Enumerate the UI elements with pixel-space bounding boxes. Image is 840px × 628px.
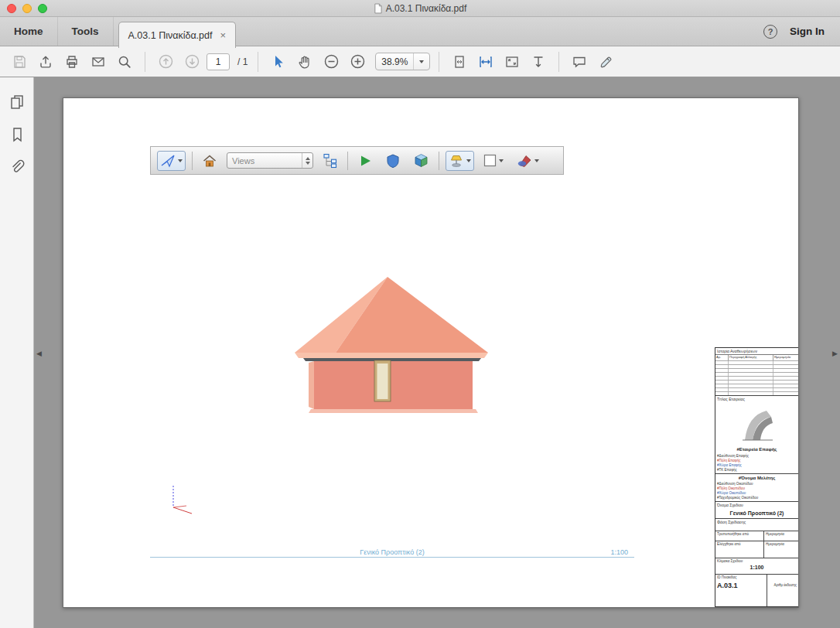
print-button[interactable] (60, 50, 84, 73)
house-3d-render[interactable] (288, 272, 497, 415)
modified-by-label: Τροποποιήθηκε από (715, 531, 763, 541)
roof-fascia (295, 353, 488, 358)
scrolling-mode-button[interactable] (527, 50, 550, 73)
toolbar-divider (439, 52, 439, 72)
chevron-down-icon (499, 159, 504, 162)
tab-tools-label: Tools (72, 26, 99, 37)
view-caption-title: Γενικό Προοπτικό (2) (150, 548, 634, 556)
sheet-id-section: ID Πινακίδας A.03.1 Αριθμ έκδοσης (715, 574, 798, 606)
toolbar-divider (145, 52, 145, 72)
checked-date-label: Ημερομηνία (763, 541, 798, 558)
zoom-in-button[interactable] (346, 50, 369, 73)
fit-page-button[interactable] (448, 50, 471, 73)
model-views-cube-button[interactable] (410, 151, 432, 171)
previous-page-button[interactable] (154, 50, 177, 73)
document-area: ◀ ▶ Views (0, 77, 840, 628)
company-section-label: Τίτλος Εταιρείας (715, 395, 798, 402)
background-color-button[interactable] (480, 151, 507, 171)
revision-col-date: Ημερομηνία (773, 355, 798, 360)
chevron-down-icon (306, 162, 310, 165)
help-icon[interactable]: ? (763, 25, 777, 39)
next-page-button[interactable] (180, 50, 203, 73)
share-button[interactable] (34, 50, 57, 73)
fit-width-button[interactable] (474, 50, 497, 73)
save-button[interactable] (8, 50, 31, 73)
scale-value: 1:100 (717, 565, 797, 570)
checked-by-row: Ελέγχθηκε από Ημερομηνία (715, 541, 798, 558)
cross-section-icon (516, 152, 532, 169)
close-tab-icon[interactable]: × (220, 30, 226, 40)
pdf-page[interactable]: Views (63, 97, 799, 608)
issue-label: Αριθμ έκδοσης (773, 583, 797, 587)
select-tool-button[interactable] (267, 50, 290, 73)
view-caption-scale: 1:100 (610, 548, 628, 556)
cross-section-button[interactable] (513, 151, 542, 171)
sign-in-button[interactable]: Sign In (790, 26, 825, 37)
tab-home[interactable]: Home (0, 17, 58, 46)
scale-section: Κλίμακα Σχεδίου 1:100 (715, 558, 798, 574)
comment-button[interactable] (568, 50, 591, 73)
attachments-button[interactable] (5, 156, 29, 178)
fullscreen-window-button[interactable] (38, 4, 47, 13)
tab-document[interactable]: A.03.1 Πινακίδα.pdf × (118, 22, 237, 48)
viewer-toolbar-divider (347, 152, 348, 170)
home-icon (202, 153, 217, 169)
window-title: A.03.1 Πινακίδα.pdf (386, 3, 467, 14)
project-line: #Διεύθυνση Οικοπέδου (717, 482, 797, 486)
project-line: #Χώρα Οικοπέδου (717, 491, 797, 495)
rotate-tool-button[interactable] (157, 151, 186, 171)
close-window-button[interactable] (7, 4, 16, 13)
chevron-down-icon (466, 159, 471, 162)
phase-label: Φάση Σχεδίασης (715, 518, 798, 531)
contact-line: #Διεύθυνση Επαφής (717, 454, 797, 458)
zoom-out-button[interactable] (319, 50, 343, 73)
viewer-toolbar-divider (192, 152, 193, 170)
play-animation-button[interactable] (354, 151, 376, 171)
sheet-id-value: A.03.1 (717, 582, 765, 589)
model-tree-icon (323, 153, 338, 169)
render-mode-button[interactable] (382, 151, 404, 171)
tab-document-label: A.03.1 Πινακίδα.pdf (128, 30, 213, 41)
default-view-button[interactable] (199, 151, 220, 171)
bookmarks-button[interactable] (5, 124, 29, 145)
acrobat-window: A.03.1 Πινακίδα.pdf Home Tools A.03.1 Πι… (0, 0, 840, 628)
views-stepper (302, 153, 312, 168)
page-count-label: / 1 (237, 56, 248, 67)
sheet-id-label: ID Πινακίδας (717, 575, 765, 579)
titlebar: A.03.1 Πινακίδα.pdf (0, 0, 840, 17)
highlight-pen-button[interactable] (594, 50, 617, 73)
lighting-button[interactable] (446, 151, 474, 171)
fullscreen-icon (504, 54, 520, 70)
open-right-pane-handle[interactable]: ▶ (832, 350, 838, 357)
hand-tool-button[interactable] (293, 50, 316, 73)
zoom-level-select[interactable]: 38.9% (375, 53, 430, 70)
collapse-left-pane-handle[interactable]: ◀ (36, 350, 42, 357)
revision-col-description: Περιγραφή Αλλαγής (729, 355, 773, 360)
previous-page-icon (158, 53, 174, 70)
toolbar-divider (558, 52, 559, 72)
page-number-input[interactable] (207, 53, 230, 70)
tab-tools[interactable]: Tools (58, 17, 114, 46)
page-thumbnails-button[interactable] (5, 91, 29, 113)
traffic-lights (7, 4, 47, 13)
views-dropdown[interactable]: Views (227, 152, 313, 169)
model-tree-button[interactable] (319, 151, 341, 171)
issue-cell: Αριθμ έκδοσης (767, 575, 798, 606)
fullscreen-button[interactable] (500, 50, 524, 73)
chevron-down-icon (534, 159, 539, 162)
select-cursor-icon (271, 54, 286, 70)
contact-line: #Πόλη Επαφής (717, 459, 797, 462)
base-slab (309, 409, 478, 413)
scale-label: Κλίμακα Σχεδίου (717, 559, 797, 563)
title-block: Ιστορία Αναθεωρήσεων Αρ. Περιγραφή Αλλαγ… (715, 347, 798, 607)
revision-history-title: Ιστορία Αναθεωρήσεων (715, 348, 798, 354)
minimize-window-button[interactable] (22, 4, 32, 13)
company-logo-graphic (740, 406, 774, 442)
search-icon (117, 54, 132, 70)
views-dropdown-value: Views (227, 156, 302, 166)
checked-by-label: Ελέγχθηκε από (715, 541, 763, 558)
email-button[interactable] (87, 50, 110, 73)
search-button[interactable] (113, 50, 136, 73)
sheet-name-value: Γενικό Προοπτικό (2) (715, 508, 798, 518)
revision-col-number: Αρ. (715, 355, 729, 360)
